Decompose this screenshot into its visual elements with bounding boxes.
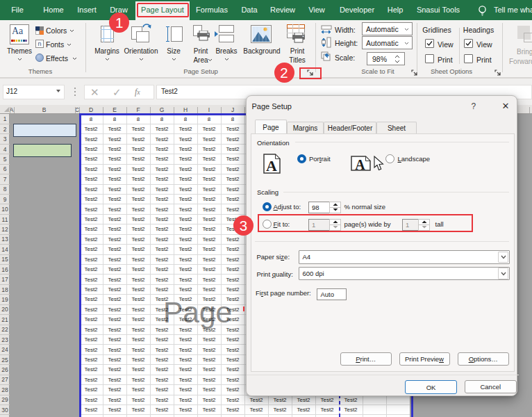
svg-text:A: A <box>266 157 277 174</box>
svg-text:A: A <box>355 157 365 172</box>
